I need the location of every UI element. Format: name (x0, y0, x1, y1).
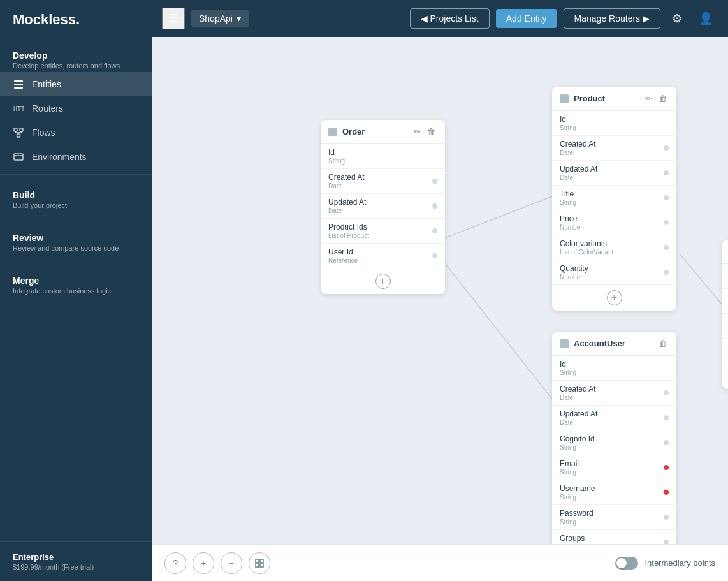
project-selector[interactable]: ShopApi ▾ (191, 10, 249, 27)
merge-title: Merge (13, 276, 139, 286)
svg-rect-5 (20, 128, 23, 131)
canvas[interactable]: Order ✏ 🗑 Id String Created At Date (152, 37, 728, 544)
order-field-id: Id String (321, 144, 445, 169)
svg-rect-20 (260, 564, 263, 567)
review-section: Review Review and compare source code (0, 223, 152, 254)
product-quantity-indicator (664, 270, 669, 275)
sidebar-flows-label: Flows (32, 128, 55, 138)
order-header-actions: ✏ 🗑 (412, 126, 437, 137)
develop-section: Develop Develop entities, routers and fl… (0, 40, 152, 72)
account-user-username-indicator (664, 490, 669, 495)
review-title: Review (13, 233, 139, 243)
order-add-field-button[interactable]: + (375, 274, 391, 289)
product-title: Product (574, 94, 638, 103)
color-variant-add-field-area: + (722, 364, 728, 389)
project-name: ShopApi (199, 13, 233, 24)
order-entity-icon (328, 128, 337, 136)
product-field-quantity: Quantity Number (552, 260, 676, 285)
manage-routers-button[interactable]: Manage Routers ▶ (564, 8, 660, 29)
product-price-indicator (664, 220, 669, 225)
order-entity-card: Order ✏ 🗑 Id String Created At Date (321, 120, 445, 294)
account-user-field-password: Password String (552, 505, 676, 530)
product-edit-button[interactable]: ✏ (643, 93, 654, 104)
routers-icon: HTTP (13, 103, 24, 114)
header: ☰ ShopApi ▾ ◀ Projects List Add Entity M… (152, 0, 728, 37)
account-user-groups-indicator (664, 540, 669, 544)
intermediary-points-label: Intermediary points (644, 558, 715, 568)
order-add-field-area: + (321, 268, 445, 294)
svg-rect-17 (256, 559, 259, 563)
product-delete-button[interactable]: 🗑 (657, 93, 669, 104)
svg-line-16 (445, 263, 553, 401)
sidebar-item-routers[interactable]: HTTP Routers (0, 96, 152, 121)
merge-section: Merge Integrate custom business logic (0, 265, 152, 297)
color-variant-field-created-at: Created At Date (722, 289, 728, 314)
product-add-field-button[interactable]: + (607, 290, 622, 305)
account-user-entity-icon (560, 339, 569, 348)
order-created-at-indicator (432, 179, 437, 184)
build-subtitle: Build your project (13, 202, 139, 209)
account-user-title: AccountUser (574, 339, 652, 348)
sidebar-divider-2 (0, 217, 152, 217)
account-user-field-created-at: Created At Date (552, 381, 676, 406)
svg-rect-1 (14, 84, 23, 85)
product-field-price: Price Number (552, 210, 676, 235)
intermediary-points-toggle-container: Intermediary points (615, 557, 715, 570)
sidebar-item-flows[interactable]: Flows (0, 121, 152, 145)
account-user-delete-button[interactable]: 🗑 (657, 338, 669, 349)
product-color-variants-indicator (664, 245, 669, 250)
zoom-out-button[interactable]: − (221, 552, 242, 574)
zoom-in-button[interactable]: + (193, 552, 214, 574)
product-created-at-indicator (664, 145, 669, 151)
svg-line-15 (680, 254, 722, 305)
account-button[interactable]: 👤 (694, 9, 718, 28)
develop-subtitle: Develop entities, routers and flows (13, 62, 139, 70)
account-user-field-updated-at: Updated At Date (552, 406, 676, 430)
projects-list-label: ◀ Projects List (421, 13, 479, 24)
logo-text-bold: less. (48, 11, 80, 27)
build-section: Build Build your project (0, 180, 152, 212)
account-user-field-username: Username String (552, 480, 676, 505)
product-updated-at-indicator (664, 170, 669, 175)
sidebar-divider-3 (0, 260, 152, 260)
product-entity-card: Product ✏ 🗑 Id String Created At Date (552, 87, 676, 311)
order-delete-button[interactable]: 🗑 (425, 126, 437, 137)
develop-title: Develop (13, 50, 139, 61)
account-user-header-actions: 🗑 (657, 338, 669, 349)
svg-text:HTTP: HTTP (13, 105, 24, 112)
product-field-color-variants: Color variants List of ColorVariant (552, 235, 676, 260)
order-field-created-at: Created At Date (321, 169, 445, 194)
projects-list-button[interactable]: ◀ Projects List (410, 8, 490, 29)
account-user-cognito-id-indicator (664, 440, 669, 445)
svg-rect-19 (256, 564, 259, 567)
svg-rect-6 (17, 134, 20, 137)
sidebar-divider-1 (0, 174, 152, 175)
add-entity-button[interactable]: Add Entity (496, 9, 557, 28)
product-field-created-at: Created At Date (552, 136, 676, 161)
intermediary-points-toggle[interactable] (615, 557, 638, 570)
environments-icon (13, 151, 24, 163)
sidebar-item-environments[interactable]: Environments (0, 145, 152, 169)
account-user-card-header: AccountUser 🗑 (552, 332, 676, 356)
settings-button[interactable]: ⚙ (667, 9, 687, 28)
svg-rect-4 (14, 128, 17, 131)
manage-routers-label: Manage Routers ▶ (574, 13, 650, 24)
sidebar-routers-label: Routers (32, 103, 63, 114)
review-subtitle: Review and compare source code (13, 244, 139, 252)
menu-button[interactable]: ☰ (162, 8, 185, 29)
sidebar: Mockless. Develop Develop entities, rout… (0, 0, 152, 581)
account-user-password-indicator (664, 515, 669, 520)
sidebar-item-entities[interactable]: Entities (0, 72, 152, 96)
build-title: Build (13, 190, 139, 200)
product-field-title: Title String (552, 186, 676, 210)
fit-view-button[interactable] (249, 552, 270, 574)
help-button[interactable]: ? (164, 552, 186, 574)
order-edit-button[interactable]: ✏ (412, 126, 423, 137)
order-title: Order (342, 127, 407, 136)
plan-name: Enterprise (13, 552, 139, 562)
order-card-header: Order ✏ 🗑 (321, 120, 445, 144)
account-user-entity-card: AccountUser 🗑 Id String Created At Date (552, 332, 676, 544)
account-user-field-id: Id String (552, 356, 676, 381)
plan-price: $199.99/month (Free trial) (13, 563, 139, 571)
order-updated-at-indicator (432, 203, 437, 209)
